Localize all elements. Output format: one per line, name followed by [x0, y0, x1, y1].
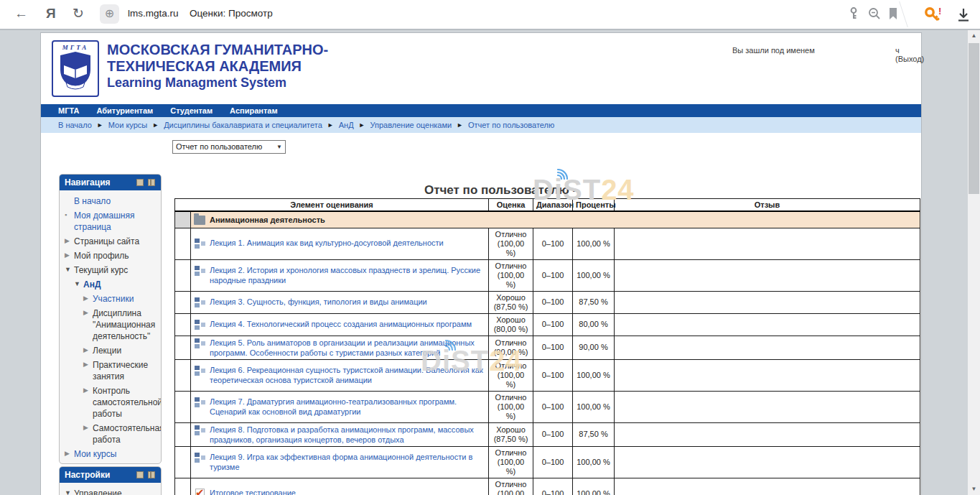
grade-value: Отлично(90,00 %) — [489, 336, 533, 359]
main-menu-item[interactable]: Студентам — [170, 106, 213, 115]
download-arrow-icon[interactable] — [956, 6, 971, 24]
grade-item-link[interactable]: Лекция 9. Игра как эффективная форма ани… — [210, 452, 485, 472]
academy-title-line1: МОСКОВСКАЯ ГУМАНИТАРНО- — [107, 42, 328, 58]
tree-marker-icon: ▪ — [65, 210, 74, 221]
grade-percent: 100,00 % — [573, 446, 615, 478]
sidebar-item[interactable]: В начало — [63, 194, 159, 208]
grade-item-link[interactable]: Лекция 1. Анимация как вид культурно-дос… — [210, 238, 444, 248]
block-minimize-icon[interactable] — [136, 471, 144, 478]
navigation-block: Навигация В начало ▪ Моя домашняя страни… — [59, 174, 162, 464]
grade-feedback — [615, 478, 920, 495]
breadcrumb-item: ► АнД — [322, 121, 354, 129]
address-page-title[interactable]: Оценки: Просмотр — [190, 8, 273, 19]
lesson-icon — [194, 265, 205, 277]
sidebar-item[interactable]: ▼ АнД — [63, 277, 159, 292]
settings-block-title: Настройки — [65, 470, 110, 480]
main-menu-item[interactable]: Абитуриентам — [96, 106, 153, 115]
grade-percent: 87,50 % — [573, 422, 615, 446]
refresh-icon[interactable]: ↻ — [73, 5, 84, 22]
grade-range: 0–100 — [533, 422, 573, 446]
sidebar-item[interactable]: ▶ Лекции — [63, 343, 159, 358]
sidebar-item-label: Самостоятельная работа — [93, 422, 162, 445]
logout-link[interactable]: ч (Выход) — [895, 46, 924, 63]
sidebar-item[interactable]: ▪ Моя домашняя страница — [63, 208, 159, 234]
sidebar-item[interactable]: ▶ Дисциплина "Анимационная деятельность" — [63, 306, 159, 343]
grade-item-row: Лекция 8. Подготовка и разработка анимац… — [175, 422, 920, 446]
sidebar-item[interactable]: ▼ Текущий курс — [63, 263, 159, 277]
report-type-select[interactable]: Отчет по пользователю ▼ — [172, 140, 286, 154]
back-arrow-icon[interactable]: ← — [14, 5, 28, 22]
breadcrumb-link[interactable]: Отчет по пользователю — [468, 121, 554, 129]
breadcrumb-item: В начало — [58, 121, 92, 129]
sidebar-item[interactable]: ▶ Контроль самостоятельной работы — [63, 384, 159, 421]
grade-item-link[interactable]: Лекция 7. Драматургия анимационно-театра… — [210, 397, 485, 417]
col-header-range: Диапазон — [533, 199, 573, 212]
block-dock-icon[interactable] — [148, 179, 155, 186]
sidebar-item[interactable]: ▼ Управление оценками — [63, 486, 159, 495]
grade-item-link[interactable]: Лекция 5. Роль аниматоров в организации … — [210, 338, 485, 358]
navigation-tree: В начало ▪ Моя домашняя страница ▶ Стран… — [60, 190, 161, 464]
grade-percent: 100,00 % — [573, 391, 615, 422]
protect-key-alert-icon[interactable]: ! — [924, 6, 943, 24]
tree-marker-icon: ▼ — [65, 264, 74, 275]
scrollbar-thumb[interactable] — [969, 43, 979, 194]
breadcrumb-link[interactable]: АнД — [339, 121, 354, 129]
grade-item-link[interactable]: Лекция 8. Подготовка и разработка анимац… — [210, 425, 485, 445]
password-key-icon[interactable] — [847, 6, 860, 21]
main-menu-item[interactable]: МГТА — [58, 106, 79, 115]
breadcrumb-link[interactable]: Дисциплины бакалавриата и специалитета — [164, 121, 322, 129]
sidebar-item-label: АнД — [83, 279, 101, 290]
grade-item-row: Лекция 6. Рекреационная сущность туристс… — [175, 359, 920, 391]
grade-item-link[interactable]: Лекция 2. История и хронология массовых … — [210, 265, 485, 285]
login-status-text: Вы зашли под именем — [732, 46, 815, 55]
yandex-logo-icon[interactable]: Я — [46, 5, 56, 22]
scroll-down-icon[interactable]: ▼ — [968, 484, 980, 495]
sidebar-item[interactable]: ▶ Участники — [63, 292, 159, 306]
scroll-up-icon[interactable]: ▲ — [968, 30, 980, 42]
breadcrumb-link[interactable]: Мои курсы — [108, 121, 147, 129]
breadcrumb-link[interactable]: Управление оценками — [370, 121, 452, 129]
breadcrumb-separator-icon: ► — [327, 121, 334, 129]
grade-item-link[interactable]: Лекция 4. Технологический процесс создан… — [210, 319, 472, 329]
sidebar-item[interactable]: ▶ Практические занятия — [63, 358, 159, 384]
grade-item-link[interactable]: Итоговое тестирование — [210, 488, 296, 495]
grade-item-row: Лекция 3. Сущность, функция, типология и… — [175, 291, 920, 313]
grade-report-table: Элемент оценивания Оценка Диапазон Проце… — [174, 198, 920, 495]
main-menu-item[interactable]: Аспирантам — [230, 106, 277, 115]
site-globe-icon[interactable]: ⊕ — [100, 4, 119, 24]
grade-percent: 87,50 % — [573, 291, 615, 313]
tree-marker-icon: ▶ — [65, 236, 74, 246]
address-url[interactable]: lms.mgta.ru — [128, 8, 179, 19]
breadcrumb-item: ► Дисциплины бакалавриата и специалитета — [147, 121, 322, 129]
sidebar-item-label: Мой профиль — [74, 250, 129, 262]
site-header: МГТА МОСКОВСКАЯ ГУМАНИТАРНО- ТЕХНИЧЕСКАЯ… — [41, 33, 921, 104]
sidebar-item[interactable]: ▶ Мои курсы — [63, 447, 159, 461]
block-minimize-icon[interactable] — [136, 179, 144, 186]
zoom-magnifier-icon[interactable] — [867, 6, 882, 21]
sidebar-item[interactable]: ▶ Самостоятельная работа — [63, 421, 159, 447]
grade-item-row: Лекция 5. Роль аниматоров в организации … — [175, 336, 920, 359]
breadcrumb-item: ► Мои курсы — [92, 121, 147, 129]
grade-item-row: Лекция 7. Драматургия анимационно-театра… — [175, 391, 920, 422]
grade-item-link[interactable]: Лекция 6. Рекреационная сущность туристс… — [210, 365, 485, 385]
sidebar-item[interactable]: ▶ Мой профиль — [63, 249, 159, 263]
sidebar-item[interactable]: ▶ Страницы сайта — [63, 234, 159, 249]
sidebar-item-label: Моя домашняя страница — [74, 210, 159, 233]
settings-tree: ▼ Управление оценками Обзорный отчет Отч… — [60, 483, 161, 495]
grade-item-link[interactable]: Лекция 3. Сущность, функция, типология и… — [210, 297, 427, 307]
block-dock-icon[interactable] — [148, 471, 155, 478]
breadcrumb-link[interactable]: В начало — [58, 121, 92, 129]
lesson-icon — [194, 397, 205, 408]
main-menu-bar: МГТААбитуриентамСтудентамАспирантам — [41, 104, 921, 117]
breadcrumb-separator-icon: ► — [152, 121, 159, 129]
grade-range: 0–100 — [533, 228, 573, 259]
grade-item-row: Лекция 1. Анимация как вид культурно-дос… — [175, 228, 920, 259]
col-header-grade: Оценка — [489, 199, 533, 212]
mgta-logo[interactable]: МГТА — [52, 40, 99, 97]
tree-marker-icon: ▶ — [83, 422, 93, 433]
vertical-scrollbar[interactable]: ▲ ▼ — [968, 30, 980, 495]
lesson-icon — [194, 365, 205, 376]
grade-item-row: Лекция 9. Игра как эффективная форма ани… — [175, 446, 920, 478]
bookmark-flag-icon[interactable] — [887, 6, 899, 21]
category-name: Анимационная деятельность — [210, 216, 325, 224]
